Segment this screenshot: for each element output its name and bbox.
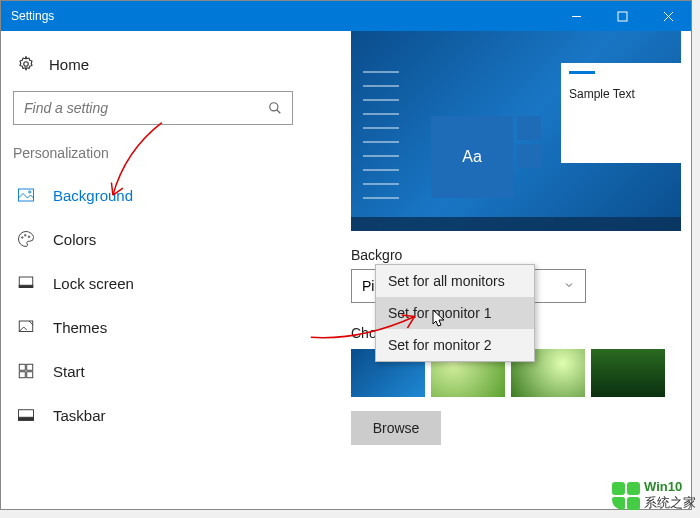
- taskbar-icon: [17, 406, 35, 424]
- svg-point-10: [25, 235, 27, 237]
- svg-rect-15: [19, 364, 25, 370]
- svg-rect-16: [27, 364, 33, 370]
- desktop-preview: Aa Sample Text: [351, 31, 681, 231]
- settings-window: Settings Home Personalization: [0, 0, 692, 510]
- svg-line-6: [277, 110, 281, 114]
- titlebar: Settings: [1, 1, 691, 31]
- svg-rect-7: [19, 189, 34, 201]
- content: Home Personalization Background Colors: [1, 31, 691, 509]
- svg-point-8: [29, 191, 31, 193]
- sidebar: Home Personalization Background Colors: [1, 31, 351, 509]
- themes-icon: [17, 318, 35, 336]
- nav-themes[interactable]: Themes: [13, 305, 339, 349]
- picture-icon: [17, 186, 35, 204]
- preview-tile: Aa: [431, 116, 513, 198]
- svg-rect-17: [19, 372, 25, 378]
- browse-button[interactable]: Browse: [351, 411, 441, 445]
- maximize-button[interactable]: [599, 1, 645, 31]
- window-buttons: [553, 1, 691, 31]
- window-title: Settings: [11, 9, 553, 23]
- lockscreen-icon: [17, 274, 35, 292]
- close-button[interactable]: [645, 1, 691, 31]
- palette-icon: [17, 230, 35, 248]
- svg-point-4: [24, 62, 29, 67]
- home-link[interactable]: Home: [13, 49, 339, 79]
- svg-point-9: [22, 237, 24, 239]
- nav-start[interactable]: Start: [13, 349, 339, 393]
- nav-colors[interactable]: Colors: [13, 217, 339, 261]
- nav-label: Colors: [53, 231, 96, 248]
- svg-point-5: [270, 103, 278, 111]
- svg-rect-13: [19, 285, 33, 287]
- nav-taskbar[interactable]: Taskbar: [13, 393, 339, 437]
- sample-text: Sample Text: [569, 87, 673, 101]
- nav-label: Taskbar: [53, 407, 106, 424]
- svg-rect-1: [618, 12, 627, 21]
- watermark-site: 系统之家: [644, 494, 696, 512]
- search-icon: [268, 101, 282, 115]
- gear-icon: [17, 55, 35, 73]
- nav-lockscreen[interactable]: Lock screen: [13, 261, 339, 305]
- nav-label: Start: [53, 363, 85, 380]
- menu-set-all-monitors[interactable]: Set for all monitors: [376, 265, 534, 297]
- nav-label: Themes: [53, 319, 107, 336]
- watermark-brand: Win10: [644, 479, 696, 494]
- watermark-logo-icon: [612, 482, 640, 510]
- svg-rect-20: [19, 417, 34, 420]
- background-label: Backgro: [351, 247, 691, 263]
- nav-label: Lock screen: [53, 275, 134, 292]
- search-input[interactable]: [24, 100, 268, 116]
- nav: Background Colors Lock screen Themes Sta…: [13, 173, 339, 437]
- svg-point-11: [28, 236, 30, 238]
- sample-window: Sample Text: [561, 63, 681, 163]
- home-label: Home: [49, 56, 89, 73]
- minimize-button[interactable]: [553, 1, 599, 31]
- watermark: Win10 系统之家: [612, 479, 696, 512]
- svg-rect-18: [27, 372, 33, 378]
- cursor-icon: [432, 309, 446, 331]
- picture-thumb[interactable]: [591, 349, 665, 397]
- start-icon: [17, 362, 35, 380]
- chevron-down-icon: [563, 278, 575, 294]
